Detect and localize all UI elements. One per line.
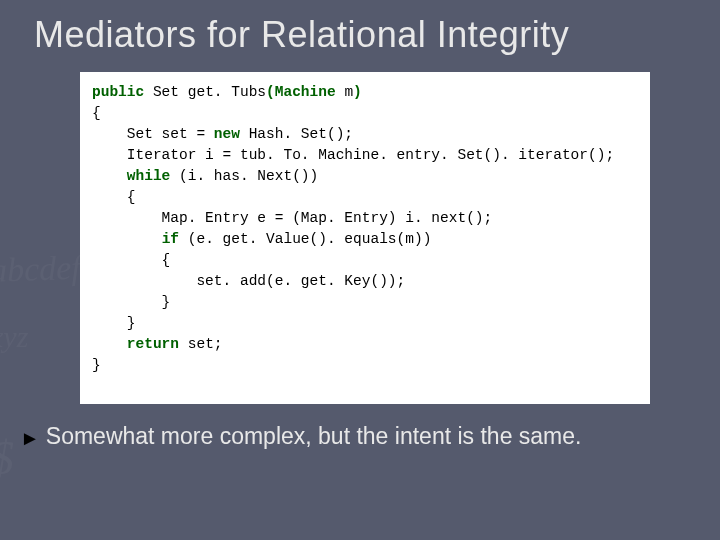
code-line: (e. get. Value(). equals(m)) [179, 231, 431, 247]
param-name: m [336, 84, 353, 100]
keyword-while: while [127, 168, 171, 184]
slide: abcdefg xyz $ Mediators for Relational I… [0, 0, 720, 540]
code-line: { [92, 252, 170, 268]
type-set: Set [153, 84, 179, 100]
keyword-public: public [92, 84, 144, 100]
paren-close: ) [353, 84, 362, 100]
bullet-text: Somewhat more complex, but the intent is… [46, 422, 582, 451]
code-line: Iterator i = tub. To. Machine. entry. Se… [92, 147, 614, 163]
keyword-new: new [214, 126, 240, 142]
code-line: (i. has. Next()) [170, 168, 318, 184]
code-line: } [92, 294, 170, 310]
brace: { [92, 105, 101, 121]
paren-open: ( [266, 84, 275, 100]
code-line: Map. Entry e = (Map. Entry) i. next(); [92, 210, 492, 226]
code-line: { [92, 189, 136, 205]
code-line: set; [179, 336, 223, 352]
slide-title: Mediators for Relational Integrity [0, 0, 720, 56]
bullet-item: ► Somewhat more complex, but the intent … [20, 422, 700, 452]
code-block: public Set get. Tubs(Machine m) { Set se… [80, 72, 650, 404]
bullet-arrow-icon: ► [20, 422, 40, 452]
bg-decoration: xyz [0, 320, 28, 354]
code-line: Hash. Set(); [240, 126, 353, 142]
function-name: get. Tubs [188, 84, 266, 100]
brace: } [92, 357, 101, 373]
code-line: } [92, 315, 136, 331]
code-line: Set set = [92, 126, 214, 142]
bg-decoration: $ [0, 430, 14, 485]
keyword-if: if [162, 231, 179, 247]
param-type: Machine [275, 84, 336, 100]
code-line: set. add(e. get. Key()); [92, 273, 405, 289]
keyword-return: return [127, 336, 179, 352]
